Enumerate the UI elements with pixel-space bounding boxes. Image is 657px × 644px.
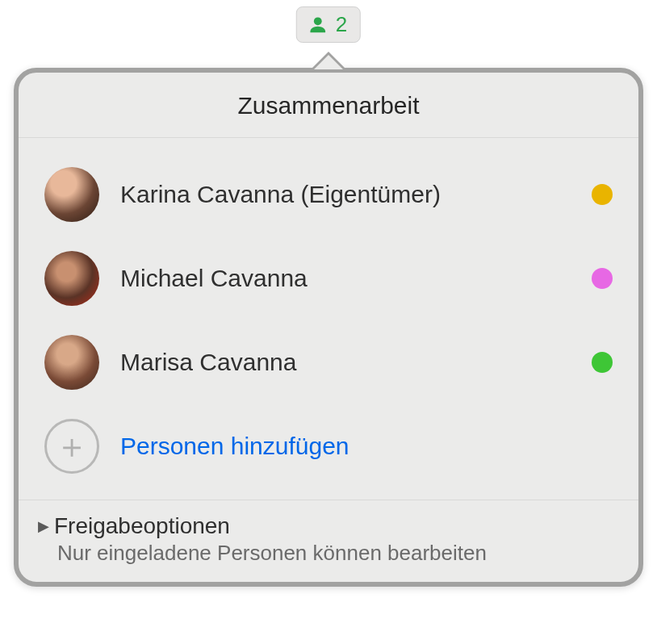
plus-icon: ＋ [55,429,89,463]
popover-body: Zusammenarbeit Karina Cavanna (Eigentüme… [14,68,643,587]
participant-name: Marisa Cavanna [120,349,571,376]
presence-dot [592,352,613,373]
plus-circle-icon: ＋ [44,419,99,474]
participants-list: Karina Cavanna (Eigentümer) Michael Cava… [19,138,638,500]
avatar [44,335,99,390]
svg-point-0 [314,17,322,25]
add-people-button[interactable]: ＋ Personen hinzufügen [44,404,613,491]
collaboration-toolbar-button[interactable]: 2 [296,6,361,43]
avatar [44,167,99,222]
disclosure-triangle-icon: ▶ [38,517,49,535]
share-options-subtitle: Nur eingeladene Personen können bearbeit… [57,541,619,566]
share-options-header: ▶ Freigabeoptionen [38,513,619,539]
share-options-title: Freigabeoptionen [54,513,230,539]
presence-dot [592,268,613,289]
popover-caret-fill [314,55,343,69]
participant-row[interactable]: Karina Cavanna (Eigentümer) [44,153,613,236]
participant-name: Karina Cavanna (Eigentümer) [120,181,571,208]
avatar [44,251,99,306]
collaborator-count: 2 [336,12,347,37]
popover-title: Zusammenarbeit [19,92,638,119]
person-icon [307,14,329,36]
presence-dot [592,184,613,205]
participant-row[interactable]: Michael Cavanna [44,236,613,320]
popover-header: Zusammenarbeit [19,73,638,138]
participant-name: Michael Cavanna [120,265,571,292]
add-people-label: Personen hinzufügen [120,433,349,460]
collaboration-popover: Zusammenarbeit Karina Cavanna (Eigentüme… [14,50,643,587]
share-options-section[interactable]: ▶ Freigabeoptionen Nur eingeladene Perso… [19,500,638,582]
participant-row[interactable]: Marisa Cavanna [44,320,613,404]
